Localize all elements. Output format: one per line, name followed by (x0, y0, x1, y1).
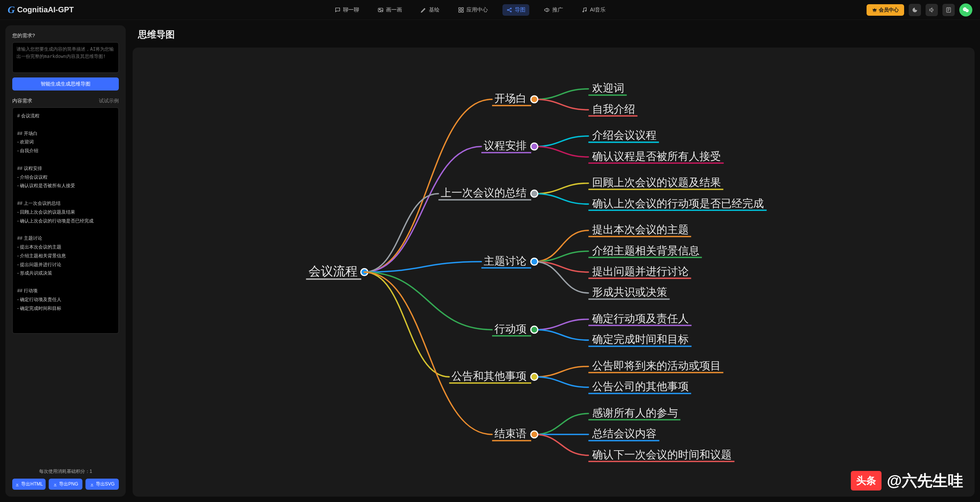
nav-item-image[interactable]: 画一画 (374, 4, 406, 16)
note-icon (946, 7, 952, 13)
nav-label: AI音乐 (590, 7, 606, 13)
nav-item-chat[interactable]: 聊一聊 (331, 4, 363, 16)
logo-mark-icon: G (8, 4, 15, 16)
music-icon (581, 7, 588, 13)
mindmap-leaf: 介绍主题相关背景信息 (592, 244, 699, 257)
promo-icon (544, 7, 550, 13)
svg-point-8 (511, 11, 512, 12)
svg-point-6 (507, 9, 509, 10)
nav-item-promo[interactable]: 推广 (540, 4, 567, 16)
watermark-logo: 头条 (851, 471, 882, 490)
markdown-editor[interactable]: # 会议流程 ## 开场白 - 欢迎词 - 自我介绍 ## 议程安排 - 介绍会… (12, 107, 119, 334)
mindmap-leaf: 提出本次会议的主题 (592, 223, 689, 235)
mindmap-icon (506, 7, 512, 13)
app-logo[interactable]: G CognitiaAI-GPT (8, 4, 74, 16)
sound-icon (929, 7, 935, 13)
mindmap-leaf: 介绍会议议程 (592, 129, 657, 141)
requirement-input[interactable] (12, 42, 119, 73)
page-title: 思维导图 (138, 28, 975, 41)
chat-icon (335, 7, 341, 13)
notes-button[interactable] (942, 4, 955, 16)
svg-rect-4 (459, 10, 461, 12)
mindmap-leaf: 回顾上次会议的议题及结果 (592, 176, 721, 188)
nav-item-music[interactable]: AI音乐 (578, 4, 609, 16)
mindmap-leaf: 自我介绍 (592, 103, 635, 115)
mindmap-leaf: 确认议程是否被所有人接受 (592, 150, 721, 162)
apps-icon (458, 7, 464, 13)
nav-item-apps[interactable]: 应用中心 (454, 4, 492, 16)
nav-label: 画一画 (386, 7, 402, 13)
mindmap-leaf: 提出问题并进行讨论 (592, 265, 689, 277)
svg-point-15 (965, 8, 966, 9)
requirement-label: 您的需求? (12, 32, 119, 39)
user-avatar[interactable] (959, 3, 972, 16)
generate-button[interactable]: 智能生成生成思维导图 (12, 77, 119, 91)
vip-button[interactable]: 会员中心 (867, 4, 904, 16)
mindmap-leaf: 总结会议内容 (592, 427, 657, 439)
svg-point-50 (531, 431, 538, 438)
wechat-icon (962, 6, 970, 14)
content-label: 内容需求 (12, 97, 32, 104)
svg-point-13 (965, 9, 969, 12)
mindmap-root: 会议流程 (309, 264, 358, 278)
mindmap-branch: 议程安排 (484, 139, 527, 151)
svg-rect-2 (459, 8, 461, 10)
pen-icon (420, 7, 427, 13)
mindmap-leaf: 感谢所有人的参与 (592, 407, 678, 419)
top-nav: 聊一聊画一画基绘应用中心导图推广AI音乐 (331, 4, 609, 16)
mindmap-leaf: 确认上次会议的行动项是否已经完成 (592, 197, 764, 209)
mindmap-branch: 公告和其他事项 (451, 370, 527, 382)
export-html-button[interactable]: 导出HTML (12, 479, 46, 490)
nav-item-pen[interactable]: 基绘 (417, 4, 443, 16)
svg-point-45 (531, 374, 538, 380)
nav-label: 推广 (552, 7, 563, 13)
app-name: CognitiaAI-GPT (17, 5, 74, 14)
sidebar: 您的需求? 智能生成生成思维导图 内容需求 试试示例 # 会议流程 ## 开场白… (5, 25, 126, 497)
nav-label: 应用中心 (466, 7, 488, 13)
mindmap-canvas[interactable]: 会议流程欢迎词自我介绍开场白介绍会议议程确认议程是否被所有人接受议程安排回顾上次… (133, 48, 975, 497)
crown-icon (872, 7, 877, 13)
mindmap-svg: 会议流程欢迎词自我介绍开场白介绍会议议程确认议程是否被所有人接受议程安排回顾上次… (133, 48, 975, 497)
mindmap-branch: 结束语 (494, 427, 527, 439)
mindmap-branch: 主题讨论 (484, 255, 527, 267)
svg-point-27 (531, 143, 538, 150)
svg-rect-3 (461, 8, 463, 10)
svg-point-7 (511, 8, 512, 9)
moon-icon (912, 7, 918, 13)
svg-point-9 (583, 11, 584, 12)
mindmap-leaf: 确定完成时间和目标 (592, 333, 689, 345)
download-icon (53, 482, 57, 487)
svg-point-41 (531, 326, 538, 333)
svg-point-1 (379, 9, 381, 10)
download-icon (15, 482, 20, 487)
mindmap-leaf: 公告公司的其他事项 (592, 380, 689, 392)
sound-button[interactable] (926, 4, 938, 16)
mindmap-leaf: 欢迎词 (592, 82, 624, 94)
watermark: 头条 @六先生哇 (851, 470, 963, 491)
mindmap-leaf: 确定行动项及责任人 (592, 312, 689, 324)
svg-point-14 (964, 8, 965, 9)
svg-point-17 (967, 10, 968, 10)
svg-point-16 (966, 10, 967, 10)
svg-point-23 (531, 96, 538, 103)
example-hint-button[interactable]: 试试示例 (99, 97, 119, 104)
nav-item-mindmap[interactable]: 导图 (502, 4, 529, 16)
nav-label: 聊一聊 (343, 7, 359, 13)
export-svg-button[interactable]: 导出SVG (85, 479, 119, 490)
mindmap-branch: 开场白 (494, 92, 527, 104)
mindmap-leaf: 公告即将到来的活动或项目 (592, 359, 721, 372)
vip-label: 会员中心 (879, 7, 899, 13)
mindmap-leaf: 形成共识或决策 (592, 286, 667, 298)
theme-toggle-button[interactable] (909, 4, 921, 16)
watermark-text: @六先生哇 (887, 470, 963, 491)
mindmap-branch: 上一次会议的总结 (441, 186, 527, 199)
mindmap-leaf: 确认下一次会议的时间和议题 (592, 448, 732, 461)
svg-rect-5 (461, 10, 463, 12)
download-icon (90, 482, 94, 487)
svg-point-31 (531, 190, 538, 197)
svg-point-10 (585, 10, 586, 11)
image-icon (378, 7, 384, 13)
credits-info: 每次使用消耗基础积分：1 (12, 468, 119, 475)
nav-label: 导图 (515, 7, 525, 13)
export-png-button[interactable]: 导出PNG (49, 479, 82, 490)
